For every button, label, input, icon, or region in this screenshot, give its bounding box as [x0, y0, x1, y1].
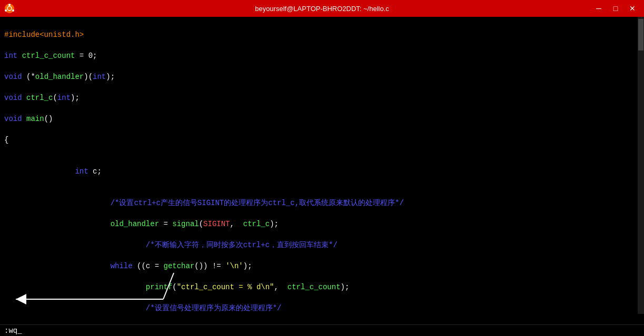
app-icon	[4, 3, 15, 14]
svg-point-1	[7, 6, 12, 11]
titlebar: beyourself@LAPTOP-BHRO2DDT: ~/hello.c ─ …	[0, 0, 644, 17]
scrollbar[interactable]	[638, 17, 644, 314]
code-line-5: void main()	[4, 114, 640, 124]
code-editor[interactable]: #include<unistd.h> int ctrl_c_count = 0;…	[0, 17, 644, 324]
svg-point-2	[8, 4, 11, 6]
code-line-16: (void)signal(SIGINT, old_handler);	[4, 324, 640, 324]
close-button[interactable]: ✕	[625, 3, 640, 14]
window-title: beyourself@LAPTOP-BHRO2DDT: ~/hello.c	[0, 5, 644, 13]
code-line-10: /*设置ctrl+c产生的信号SIGINT的处理程序为ctrl_c,取代系统原来…	[4, 198, 640, 208]
svg-point-3	[12, 9, 14, 12]
code-line-3: void (*old_handler)(int);	[4, 72, 640, 82]
minimize-button[interactable]: ─	[591, 3, 606, 14]
scrollbar-thumb[interactable]	[638, 19, 643, 50]
window-controls: ─ □ ✕	[591, 3, 640, 14]
vim-command: :wq_	[4, 327, 22, 335]
code-line-4: void ctrl_c(int);	[4, 93, 640, 103]
editor-area: #include<unistd.h> int ctrl_c_count = 0;…	[0, 17, 644, 324]
main-window: beyourself@LAPTOP-BHRO2DDT: ~/hello.c ─ …	[0, 0, 644, 336]
svg-point-4	[5, 9, 7, 12]
maximize-button[interactable]: □	[608, 3, 623, 14]
code-line-8: int c;	[4, 166, 640, 177]
code-line-2: int ctrl_c_count = 0;	[4, 50, 640, 61]
code-line-15: /*设置信号处理程序为原来的处理程序*/	[4, 303, 640, 313]
code-line-1: #include<unistd.h>	[4, 29, 640, 40]
code-line-11: old_handler = signal(SIGINT, ctrl_c);	[4, 219, 640, 229]
statusbar: :wq_	[0, 324, 644, 336]
code-line-14: printf("ctrl_c_count = % d\n", ctrl_c_co…	[4, 282, 640, 292]
code-line-6: {	[4, 135, 640, 145]
code-line-12: /*不断输入字符，同时按多次ctrl+c，直到按回车结束*/	[4, 240, 640, 250]
code-line-13: while ((c = getchar()) != '\n');	[4, 261, 640, 271]
